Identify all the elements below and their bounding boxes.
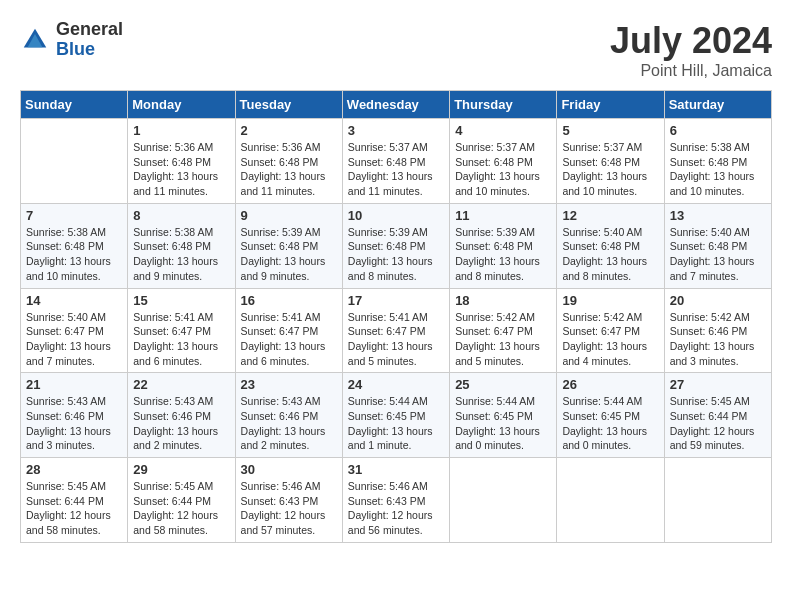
calendar-week-row: 1Sunrise: 5:36 AMSunset: 6:48 PMDaylight… — [21, 119, 772, 204]
day-info: Sunrise: 5:37 AMSunset: 6:48 PMDaylight:… — [455, 140, 551, 199]
calendar-cell: 21Sunrise: 5:43 AMSunset: 6:46 PMDayligh… — [21, 373, 128, 458]
day-info: Sunrise: 5:41 AMSunset: 6:47 PMDaylight:… — [348, 310, 444, 369]
calendar-cell: 6Sunrise: 5:38 AMSunset: 6:48 PMDaylight… — [664, 119, 771, 204]
day-info: Sunrise: 5:40 AMSunset: 6:47 PMDaylight:… — [26, 310, 122, 369]
calendar-cell: 18Sunrise: 5:42 AMSunset: 6:47 PMDayligh… — [450, 288, 557, 373]
day-number: 1 — [133, 123, 229, 138]
day-info: Sunrise: 5:41 AMSunset: 6:47 PMDaylight:… — [241, 310, 337, 369]
day-number: 5 — [562, 123, 658, 138]
day-info: Sunrise: 5:45 AMSunset: 6:44 PMDaylight:… — [26, 479, 122, 538]
calendar-day-header: Friday — [557, 91, 664, 119]
day-info: Sunrise: 5:42 AMSunset: 6:46 PMDaylight:… — [670, 310, 766, 369]
calendar-cell: 7Sunrise: 5:38 AMSunset: 6:48 PMDaylight… — [21, 203, 128, 288]
calendar-cell: 12Sunrise: 5:40 AMSunset: 6:48 PMDayligh… — [557, 203, 664, 288]
day-info: Sunrise: 5:42 AMSunset: 6:47 PMDaylight:… — [455, 310, 551, 369]
day-info: Sunrise: 5:36 AMSunset: 6:48 PMDaylight:… — [241, 140, 337, 199]
day-number: 22 — [133, 377, 229, 392]
calendar-cell: 30Sunrise: 5:46 AMSunset: 6:43 PMDayligh… — [235, 458, 342, 543]
day-number: 10 — [348, 208, 444, 223]
day-info: Sunrise: 5:43 AMSunset: 6:46 PMDaylight:… — [241, 394, 337, 453]
calendar-cell: 24Sunrise: 5:44 AMSunset: 6:45 PMDayligh… — [342, 373, 449, 458]
day-number: 13 — [670, 208, 766, 223]
day-number: 9 — [241, 208, 337, 223]
calendar-cell: 10Sunrise: 5:39 AMSunset: 6:48 PMDayligh… — [342, 203, 449, 288]
logo-icon — [20, 25, 50, 55]
day-number: 6 — [670, 123, 766, 138]
calendar-day-header: Monday — [128, 91, 235, 119]
calendar-cell: 2Sunrise: 5:36 AMSunset: 6:48 PMDaylight… — [235, 119, 342, 204]
day-number: 2 — [241, 123, 337, 138]
day-info: Sunrise: 5:46 AMSunset: 6:43 PMDaylight:… — [348, 479, 444, 538]
calendar-cell: 17Sunrise: 5:41 AMSunset: 6:47 PMDayligh… — [342, 288, 449, 373]
calendar-cell: 29Sunrise: 5:45 AMSunset: 6:44 PMDayligh… — [128, 458, 235, 543]
calendar-cell — [450, 458, 557, 543]
day-number: 16 — [241, 293, 337, 308]
calendar-cell: 3Sunrise: 5:37 AMSunset: 6:48 PMDaylight… — [342, 119, 449, 204]
day-info: Sunrise: 5:44 AMSunset: 6:45 PMDaylight:… — [348, 394, 444, 453]
day-number: 19 — [562, 293, 658, 308]
day-number: 23 — [241, 377, 337, 392]
calendar-cell: 16Sunrise: 5:41 AMSunset: 6:47 PMDayligh… — [235, 288, 342, 373]
day-number: 24 — [348, 377, 444, 392]
day-info: Sunrise: 5:42 AMSunset: 6:47 PMDaylight:… — [562, 310, 658, 369]
day-number: 15 — [133, 293, 229, 308]
calendar-cell — [557, 458, 664, 543]
calendar-cell: 23Sunrise: 5:43 AMSunset: 6:46 PMDayligh… — [235, 373, 342, 458]
day-info: Sunrise: 5:39 AMSunset: 6:48 PMDaylight:… — [348, 225, 444, 284]
day-number: 11 — [455, 208, 551, 223]
calendar-table: SundayMondayTuesdayWednesdayThursdayFrid… — [20, 90, 772, 543]
day-info: Sunrise: 5:38 AMSunset: 6:48 PMDaylight:… — [26, 225, 122, 284]
day-number: 18 — [455, 293, 551, 308]
calendar-cell: 15Sunrise: 5:41 AMSunset: 6:47 PMDayligh… — [128, 288, 235, 373]
day-info: Sunrise: 5:38 AMSunset: 6:48 PMDaylight:… — [670, 140, 766, 199]
day-info: Sunrise: 5:39 AMSunset: 6:48 PMDaylight:… — [455, 225, 551, 284]
day-number: 14 — [26, 293, 122, 308]
day-info: Sunrise: 5:40 AMSunset: 6:48 PMDaylight:… — [562, 225, 658, 284]
calendar-cell: 13Sunrise: 5:40 AMSunset: 6:48 PMDayligh… — [664, 203, 771, 288]
calendar-cell: 14Sunrise: 5:40 AMSunset: 6:47 PMDayligh… — [21, 288, 128, 373]
calendar-cell — [21, 119, 128, 204]
day-number: 20 — [670, 293, 766, 308]
day-number: 21 — [26, 377, 122, 392]
logo-general-text: General — [56, 20, 123, 40]
calendar-cell: 20Sunrise: 5:42 AMSunset: 6:46 PMDayligh… — [664, 288, 771, 373]
day-number: 27 — [670, 377, 766, 392]
calendar-week-row: 21Sunrise: 5:43 AMSunset: 6:46 PMDayligh… — [21, 373, 772, 458]
day-info: Sunrise: 5:44 AMSunset: 6:45 PMDaylight:… — [455, 394, 551, 453]
calendar-cell: 22Sunrise: 5:43 AMSunset: 6:46 PMDayligh… — [128, 373, 235, 458]
day-info: Sunrise: 5:41 AMSunset: 6:47 PMDaylight:… — [133, 310, 229, 369]
day-number: 25 — [455, 377, 551, 392]
day-info: Sunrise: 5:45 AMSunset: 6:44 PMDaylight:… — [670, 394, 766, 453]
day-number: 3 — [348, 123, 444, 138]
calendar-cell — [664, 458, 771, 543]
calendar-week-row: 7Sunrise: 5:38 AMSunset: 6:48 PMDaylight… — [21, 203, 772, 288]
calendar-day-header: Tuesday — [235, 91, 342, 119]
calendar-location: Point Hill, Jamaica — [610, 62, 772, 80]
logo: General Blue — [20, 20, 123, 60]
calendar-day-header: Saturday — [664, 91, 771, 119]
calendar-cell: 1Sunrise: 5:36 AMSunset: 6:48 PMDaylight… — [128, 119, 235, 204]
calendar-cell: 26Sunrise: 5:44 AMSunset: 6:45 PMDayligh… — [557, 373, 664, 458]
calendar-day-header: Wednesday — [342, 91, 449, 119]
calendar-cell: 19Sunrise: 5:42 AMSunset: 6:47 PMDayligh… — [557, 288, 664, 373]
day-info: Sunrise: 5:43 AMSunset: 6:46 PMDaylight:… — [133, 394, 229, 453]
day-info: Sunrise: 5:43 AMSunset: 6:46 PMDaylight:… — [26, 394, 122, 453]
day-info: Sunrise: 5:38 AMSunset: 6:48 PMDaylight:… — [133, 225, 229, 284]
calendar-cell: 5Sunrise: 5:37 AMSunset: 6:48 PMDaylight… — [557, 119, 664, 204]
day-info: Sunrise: 5:44 AMSunset: 6:45 PMDaylight:… — [562, 394, 658, 453]
calendar-cell: 8Sunrise: 5:38 AMSunset: 6:48 PMDaylight… — [128, 203, 235, 288]
day-number: 29 — [133, 462, 229, 477]
day-number: 28 — [26, 462, 122, 477]
day-number: 31 — [348, 462, 444, 477]
calendar-day-header: Thursday — [450, 91, 557, 119]
calendar-week-row: 28Sunrise: 5:45 AMSunset: 6:44 PMDayligh… — [21, 458, 772, 543]
calendar-day-header: Sunday — [21, 91, 128, 119]
day-number: 4 — [455, 123, 551, 138]
logo-blue-text: Blue — [56, 40, 123, 60]
day-info: Sunrise: 5:45 AMSunset: 6:44 PMDaylight:… — [133, 479, 229, 538]
day-info: Sunrise: 5:36 AMSunset: 6:48 PMDaylight:… — [133, 140, 229, 199]
day-number: 26 — [562, 377, 658, 392]
title-block: July 2024 Point Hill, Jamaica — [610, 20, 772, 80]
logo-text: General Blue — [56, 20, 123, 60]
day-number: 12 — [562, 208, 658, 223]
